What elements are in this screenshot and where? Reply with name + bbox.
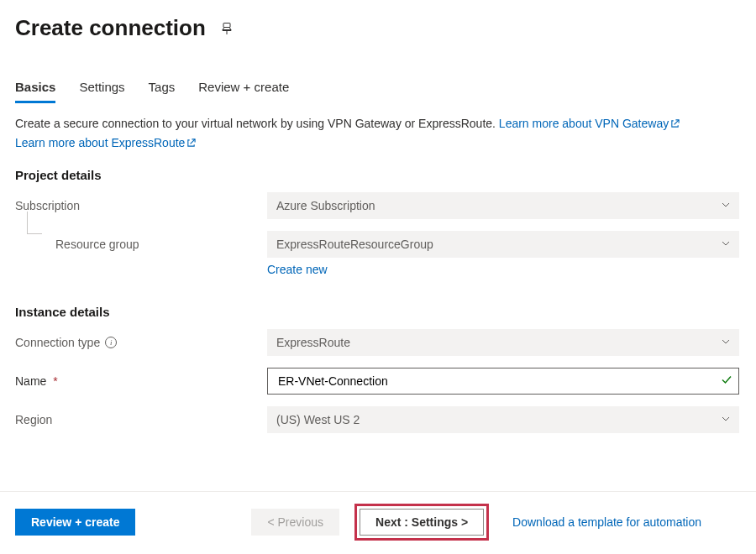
learn-vpn-link[interactable]: Learn more about VPN Gateway: [499, 117, 680, 130]
learn-er-link[interactable]: Learn more about ExpressRoute: [15, 136, 196, 149]
subscription-select[interactable]: Azure Subscription: [267, 192, 739, 219]
required-star-icon: *: [53, 374, 57, 388]
connection-type-value: ExpressRoute: [276, 336, 350, 349]
project-details-heading: Project details: [15, 168, 739, 182]
name-input[interactable]: [276, 374, 713, 389]
check-icon: [721, 374, 732, 389]
external-link-icon: [186, 135, 196, 154]
region-value: (US) West US 2: [276, 413, 360, 426]
region-row: Region (US) West US 2: [15, 406, 739, 433]
create-new-rg-link[interactable]: Create new: [267, 263, 328, 276]
wizard-footer: Review + create < Previous Next : Settin…: [0, 491, 756, 554]
subscription-value: Azure Subscription: [276, 199, 375, 212]
tab-review-create[interactable]: Review + create: [198, 76, 289, 102]
tab-basics[interactable]: Basics: [15, 76, 55, 103]
region-select[interactable]: (US) West US 2: [267, 406, 739, 433]
tab-settings[interactable]: Settings: [79, 76, 124, 102]
connection-type-select[interactable]: ExpressRoute: [267, 329, 739, 356]
subscription-label: Subscription: [15, 199, 80, 212]
resource-group-select[interactable]: ExpressRouteResourceGroup: [267, 231, 739, 258]
region-label: Region: [15, 413, 52, 426]
tab-bar: Basics Settings Tags Review + create: [15, 76, 739, 103]
pin-icon[interactable]: [219, 21, 234, 36]
review-create-button[interactable]: Review + create: [15, 509, 135, 536]
page-title: Create connection: [15, 15, 206, 41]
svg-rect-0: [223, 23, 230, 27]
name-input-wrap: [267, 368, 739, 395]
info-icon[interactable]: i: [105, 337, 117, 348]
instance-details-heading: Instance details: [15, 305, 739, 319]
name-row: Name*: [15, 368, 739, 395]
intro-text: Create a secure connection to your virtu…: [15, 115, 739, 153]
indent-line-icon: [18, 217, 50, 247]
intro-body: Create a secure connection to your virtu…: [15, 117, 499, 130]
next-highlight-box: Next : Settings >: [354, 504, 489, 541]
download-template-link[interactable]: Download a template for automation: [512, 515, 701, 529]
previous-button: < Previous: [251, 509, 339, 536]
subscription-row: Subscription Azure Subscription: [15, 192, 739, 219]
tab-tags[interactable]: Tags: [149, 76, 176, 102]
connection-type-label: Connection type: [15, 336, 100, 349]
name-label: Name: [15, 374, 46, 388]
external-link-icon: [670, 116, 680, 134]
connection-type-row: Connection type i ExpressRoute: [15, 329, 739, 356]
resource-group-value: ExpressRouteResourceGroup: [276, 238, 433, 251]
resource-group-row: Resource group ExpressRouteResourceGroup: [15, 231, 739, 258]
next-button[interactable]: Next : Settings >: [360, 509, 484, 536]
resource-group-label: Resource group: [55, 238, 139, 251]
